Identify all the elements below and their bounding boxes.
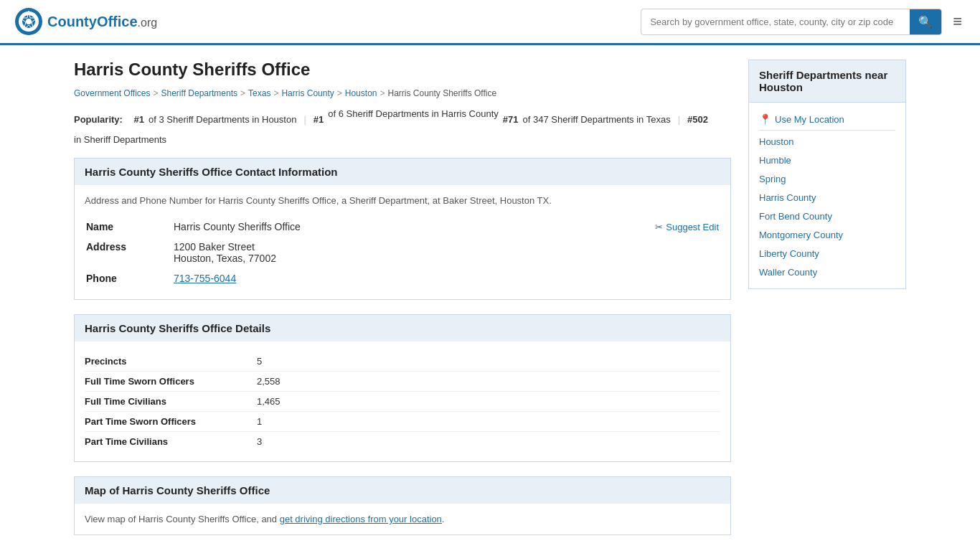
detail-label: Precincts: [85, 352, 257, 372]
contact-table: Name Harris County Sheriffs Office ✂ Sug…: [85, 216, 720, 289]
svg-point-3: [26, 19, 32, 24]
sidebar-link-waller[interactable]: Waller County: [759, 267, 817, 278]
search-icon: 🔍: [918, 16, 933, 28]
details-table: Precincts 5 Full Time Sworn Officers 2,5…: [85, 352, 720, 451]
sidebar-item-houston: Houston: [759, 132, 895, 151]
map-section-header: Map of Harris County Sheriffs Office: [74, 476, 731, 504]
breadcrumb-link-texas[interactable]: Texas: [248, 88, 270, 98]
name-value: Harris County Sheriffs Office: [174, 221, 301, 232]
breadcrumb-current: Harris County Sheriffs Office: [388, 88, 497, 98]
logo-area: CountyOffice.org: [14, 7, 157, 36]
detail-value: 1: [257, 412, 720, 432]
logo-org: .org: [138, 17, 158, 29]
sidebar-link-fortbend[interactable]: Fort Bend County: [759, 211, 832, 222]
address-value: 1200 Baker Street Houston, Texas, 77002: [174, 237, 719, 268]
detail-value: 1,465: [257, 392, 720, 412]
name-value-row: Harris County Sheriffs Office ✂ Suggest …: [174, 221, 719, 232]
detail-label: Full Time Civilians: [85, 392, 257, 412]
sidebar-link-liberty[interactable]: Liberty County: [759, 248, 819, 259]
search-input[interactable]: [641, 11, 910, 33]
phone-value-cell: 713-755-6044: [174, 269, 719, 288]
sidebar-link-spring[interactable]: Spring: [759, 174, 786, 184]
sidebar-title: Sheriff Departments near Houston: [749, 60, 905, 103]
sidebar-item-harris: Harris County: [759, 188, 895, 207]
breadcrumb-sep-1: >: [154, 88, 159, 98]
breadcrumb-link-harris[interactable]: Harris County: [281, 88, 334, 98]
sidebar-item-fortbend: Fort Bend County: [759, 207, 895, 225]
sidebar-link-harris[interactable]: Harris County: [759, 192, 816, 203]
sidebar-item-montgomery: Montgomery County: [759, 225, 895, 244]
contact-name-row: Name Harris County Sheriffs Office ✂ Sug…: [86, 217, 719, 236]
map-section-body: View map of Harris County Sheriffs Offic…: [74, 504, 731, 535]
suggest-edit-link[interactable]: ✂ Suggest Edit: [655, 222, 719, 232]
sidebar-box: Sheriff Departments near Houston 📍 Use M…: [748, 60, 906, 289]
details-row: Precincts 5: [85, 352, 720, 372]
map-desc-suffix: .: [442, 514, 445, 524]
sidebar-link-montgomery[interactable]: Montgomery County: [759, 230, 843, 240]
phone-link[interactable]: 713-755-6044: [174, 273, 236, 284]
sidebar-divider: [759, 130, 895, 131]
popularity-section: Popularity: #1 of 3 Sheriff Departments …: [74, 108, 731, 145]
suggest-edit-label: Suggest Edit: [666, 222, 719, 232]
breadcrumb-sep-3: >: [273, 88, 278, 98]
detail-value: 5: [257, 352, 720, 372]
contact-section-header: Harris County Sheriffs Office Contact In…: [74, 158, 731, 185]
sidebar-item-humble: Humble: [759, 151, 895, 169]
contact-section-body: Address and Phone Number for Harris Coun…: [74, 185, 731, 300]
map-description: View map of Harris County Sheriffs Offic…: [85, 514, 720, 524]
sidebar: Sheriff Departments near Houston 📍 Use M…: [748, 60, 906, 550]
menu-icon[interactable]: ≡: [949, 9, 966, 34]
details-row: Part Time Civilians 3: [85, 432, 720, 452]
breadcrumb-link-gov[interactable]: Government Offices: [74, 88, 151, 98]
search-button[interactable]: 🔍: [910, 9, 941, 34]
details-row: Part Time Sworn Officers 1: [85, 412, 720, 432]
detail-label: Part Time Sworn Officers: [85, 412, 257, 432]
popularity-label: Popularity:: [74, 114, 123, 125]
sidebar-item-liberty: Liberty County: [759, 244, 895, 263]
map-desc-prefix: View map of Harris County Sheriffs Offic…: [85, 514, 280, 524]
sidebar-link-houston[interactable]: Houston: [759, 136, 793, 147]
site-header: CountyOffice.org 🔍 ≡: [0, 0, 980, 45]
header-right: 🔍 ≡: [641, 9, 966, 35]
sidebar-use-location: 📍 Use My Location: [759, 110, 895, 128]
sidebar-link-humble[interactable]: Humble: [759, 155, 791, 166]
breadcrumb-sep-2: >: [240, 88, 245, 98]
location-icon: 📍: [759, 113, 771, 125]
sidebar-item-waller: Waller County: [759, 263, 895, 281]
details-section-body: Precincts 5 Full Time Sworn Officers 2,5…: [74, 342, 731, 462]
details-row: Full Time Civilians 1,465: [85, 392, 720, 412]
content-area: Harris County Sheriffs Office Government…: [74, 60, 731, 550]
address-line2: Houston, Texas, 77002: [174, 253, 719, 264]
contact-description: Address and Phone Number for Harris Coun…: [85, 195, 720, 206]
logo-text: CountyOffice.org: [47, 14, 157, 30]
detail-label: Full Time Sworn Officers: [85, 372, 257, 392]
use-location-link[interactable]: Use My Location: [775, 114, 844, 125]
address-label: Address: [86, 237, 172, 268]
breadcrumb-sep-5: >: [380, 88, 385, 98]
page-title: Harris County Sheriffs Office: [74, 60, 731, 80]
map-directions-link[interactable]: get driving directions from your locatio…: [280, 514, 442, 524]
search-bar: 🔍: [641, 9, 942, 35]
detail-label: Part Time Civilians: [85, 432, 257, 452]
detail-value: 2,558: [257, 372, 720, 392]
details-section-header: Harris County Sheriffs Office Details: [74, 314, 731, 342]
sidebar-item-spring: Spring: [759, 169, 895, 188]
sidebar-list: 📍 Use My Location Houston Humble Spring …: [749, 103, 905, 288]
suggest-edit-icon: ✂: [655, 222, 663, 232]
contact-address-row: Address 1200 Baker Street Houston, Texas…: [86, 237, 719, 268]
contact-phone-row: Phone 713-755-6044: [86, 269, 719, 288]
detail-value: 3: [257, 432, 720, 452]
breadcrumb-link-houston[interactable]: Houston: [345, 88, 377, 98]
breadcrumb-sep-4: >: [337, 88, 342, 98]
main-container: Harris County Sheriffs Office Government…: [60, 45, 920, 551]
phone-label: Phone: [86, 269, 172, 288]
details-row: Full Time Sworn Officers 2,558: [85, 372, 720, 392]
address-line1: 1200 Baker Street: [174, 241, 719, 253]
breadcrumb: Government Offices > Sheriff Departments…: [74, 88, 731, 98]
logo-icon: [14, 7, 43, 36]
name-label: Name: [86, 217, 172, 236]
name-value-cell: Harris County Sheriffs Office ✂ Suggest …: [174, 217, 719, 236]
breadcrumb-link-sheriff[interactable]: Sheriff Departments: [161, 88, 238, 98]
